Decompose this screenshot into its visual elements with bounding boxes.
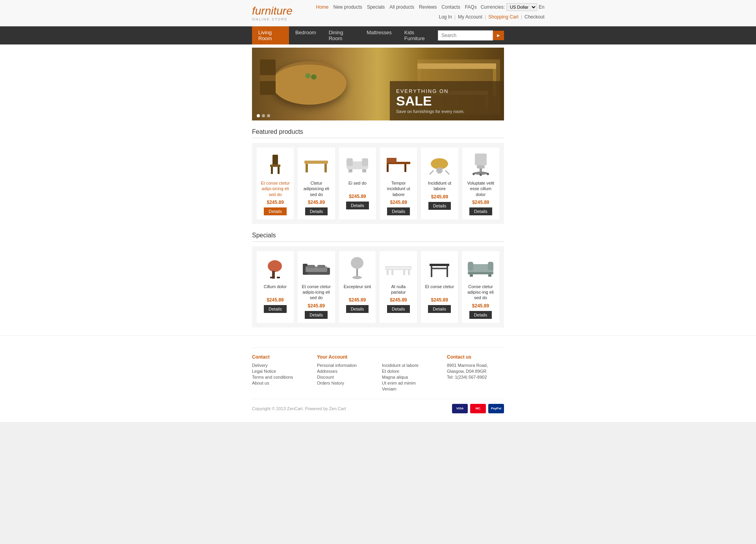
featured-product-6: Voluptate velit esse cillum dolor $245.8… xyxy=(462,148,499,219)
my-account-link[interactable]: My Account xyxy=(458,14,482,20)
paypal-icon: PayPal xyxy=(488,404,504,413)
product-details-btn-6[interactable]: Details xyxy=(469,207,492,215)
svg-rect-40 xyxy=(385,266,411,270)
svg-rect-1 xyxy=(270,165,280,167)
hero-dot-1[interactable] xyxy=(257,114,260,117)
footer-discount[interactable]: Discount xyxy=(317,375,374,379)
svg-rect-5 xyxy=(306,164,308,172)
tab-kids-furniture[interactable]: Kids Furniture xyxy=(398,26,438,44)
footer-col-links: Incididunt ut labore Et dolore Magna ali… xyxy=(382,354,439,392)
footer-city: Glasgow, D04 89GR xyxy=(447,369,504,374)
special-name-2: Et conse ctetur adipis-icing eli sed do xyxy=(302,284,331,301)
hero-dot-2[interactable] xyxy=(262,114,265,117)
product-price-2: $245.89 xyxy=(302,200,331,205)
svg-point-25 xyxy=(472,173,475,175)
table-icon-2 xyxy=(302,155,330,174)
product-details-btn-2[interactable]: Details xyxy=(305,207,328,215)
product-name-3: Ei sed do xyxy=(343,180,372,191)
product-img-2 xyxy=(302,152,331,177)
tab-dining-room[interactable]: Dining Room xyxy=(322,26,360,44)
product-details-btn-4[interactable]: Details xyxy=(387,207,410,215)
hero-overlay: EVERYTHING ON SALE Save on furnishings f… xyxy=(390,81,504,120)
login-link[interactable]: Log In xyxy=(439,14,452,20)
footer-delivery[interactable]: Delivery xyxy=(252,363,309,368)
special-img-4 xyxy=(384,255,413,281)
footer-link-1[interactable]: Incididunt ut labore xyxy=(382,363,439,368)
coral-chair-icon-1 xyxy=(264,255,286,281)
nav-faqs[interactable]: FAQs xyxy=(465,4,477,10)
visa-icon: VISA xyxy=(452,404,468,413)
footer-tel: Tel: 1(234) 567-8902 xyxy=(447,375,504,379)
svg-point-28 xyxy=(268,260,282,272)
featured-grid: Et conse ctetur adipi-sicing eli sed do … xyxy=(252,143,504,224)
special-details-btn-4[interactable]: Details xyxy=(387,305,410,313)
hero-dots xyxy=(257,114,270,117)
svg-point-37 xyxy=(351,257,363,269)
product-img-3 xyxy=(343,152,372,177)
coffee-table-icon-4 xyxy=(384,258,413,278)
special-product-3: Excepteur sint $245.89 Details xyxy=(339,251,376,323)
lang-link[interactable]: En xyxy=(539,4,545,10)
nav-home[interactable]: Home xyxy=(316,4,328,10)
footer-about[interactable]: About us xyxy=(252,381,309,385)
svg-rect-42 xyxy=(408,270,410,275)
svg-rect-44 xyxy=(403,270,405,275)
nav-new-products[interactable]: New products xyxy=(334,4,362,10)
product-name-1: Et conse ctetur adipi-sicing eli sed do xyxy=(261,180,290,197)
svg-rect-50 xyxy=(468,262,473,270)
payment-icons: VISA MC PayPal xyxy=(452,404,504,413)
special-details-btn-1[interactable]: Details xyxy=(264,305,287,313)
footer-account-title: Your Account xyxy=(317,354,374,360)
lamp-icon-3 xyxy=(348,255,366,281)
product-details-btn-3[interactable]: Details xyxy=(346,202,369,209)
product-details-btn-1[interactable]: Details xyxy=(264,207,287,215)
special-img-2 xyxy=(302,255,331,281)
footer-link-2[interactable]: Et dolore xyxy=(382,369,439,374)
hero-banner: EVERYTHING ON SALE Save on furnishings f… xyxy=(252,48,504,120)
svg-rect-43 xyxy=(391,270,393,275)
footer-link-5[interactable]: Veniam xyxy=(382,387,439,391)
footer-legal[interactable]: Legal Notice xyxy=(252,369,309,374)
search-button[interactable]: ► xyxy=(493,31,504,40)
footer-link-4[interactable]: Ut enim ad minim xyxy=(382,381,439,385)
nav-contacts[interactable]: Contacts xyxy=(441,4,460,10)
nav-reviews[interactable]: Reviews xyxy=(419,4,437,10)
footer-link-3[interactable]: Magna aliqua xyxy=(382,375,439,379)
logo-name: urniture xyxy=(255,5,293,17)
special-product-4: At nulla pariatur $245.89 Details xyxy=(380,251,417,323)
svg-rect-3 xyxy=(278,167,280,174)
tab-bedroom[interactable]: Bedroom xyxy=(289,26,322,44)
special-details-btn-5[interactable]: Details xyxy=(428,305,451,313)
svg-rect-4 xyxy=(304,161,328,164)
special-details-btn-3[interactable]: Details xyxy=(346,305,369,313)
nav-all-products[interactable]: All products xyxy=(389,4,414,10)
specials-section: Specials Cillum dolor $245.89 Details xyxy=(252,232,504,328)
hero-sub-text: Save on furnishings for every room. xyxy=(396,109,498,114)
search-input[interactable] xyxy=(438,30,493,41)
checkout-link[interactable]: Checkout xyxy=(524,14,545,20)
tab-living-room[interactable]: Living Room xyxy=(252,26,289,44)
footer-orders[interactable]: Orders history xyxy=(317,381,374,385)
shopping-cart-link[interactable]: Shopping Cart xyxy=(488,14,519,20)
special-details-btn-6[interactable]: Details xyxy=(469,311,492,319)
special-price-4: $245.89 xyxy=(384,297,413,303)
footer-personal-info[interactable]: Personal information xyxy=(317,363,374,368)
product-details-btn-5[interactable]: Details xyxy=(428,202,451,210)
svg-rect-36 xyxy=(317,265,325,268)
footer-terms[interactable]: Terms and conditions xyxy=(252,375,309,379)
special-price-6: $245.89 xyxy=(466,303,495,309)
featured-product-3: Ei sed do $245.89 Details xyxy=(339,148,376,219)
special-price-2: $245.89 xyxy=(302,303,331,309)
footer-contactus-title: Contact us xyxy=(447,354,504,360)
nav-specials[interactable]: Specials xyxy=(367,4,385,10)
hero-dot-3[interactable] xyxy=(267,114,270,117)
footer-col-contact: Contact Delivery Legal Notice Terms and … xyxy=(252,354,309,392)
currency-select[interactable]: US Dollar xyxy=(506,3,537,11)
special-details-btn-2[interactable]: Details xyxy=(305,311,328,319)
special-product-5: Et conse ctetur $245.89 Details xyxy=(421,251,458,323)
footer-addresses[interactable]: Addresses xyxy=(317,369,374,374)
special-name-6: Conse ctetur adipisc-ing eli sed do xyxy=(466,284,495,301)
specials-title: Specials xyxy=(252,232,504,242)
tab-mattresses[interactable]: Mattresses xyxy=(360,26,398,44)
svg-rect-47 xyxy=(447,266,448,277)
